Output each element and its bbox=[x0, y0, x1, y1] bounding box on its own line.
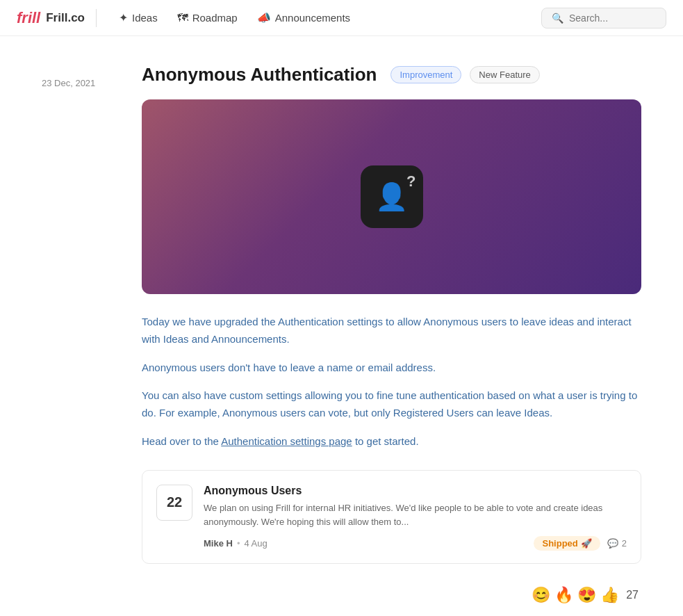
article-title: Anonymous Authentication bbox=[142, 64, 377, 86]
idea-meta-separator: • bbox=[237, 538, 240, 549]
search-input[interactable] bbox=[569, 13, 656, 24]
body-paragraph-3: You can also have custom settings allowi… bbox=[142, 387, 641, 422]
idea-meta: Mike H • 4 Aug Shipped 🚀 💬 2 bbox=[204, 536, 627, 551]
reactions-bar: 😊 🔥 😍 👍 27 bbox=[142, 586, 641, 604]
nav-roadmap-label: Roadmap bbox=[192, 12, 238, 24]
logo[interactable]: frill Frill.co bbox=[17, 9, 97, 27]
idea-card[interactable]: 22 Anonymous Users We plan on using Fril… bbox=[142, 470, 641, 564]
nav-links: ✦ Ideas 🗺 Roadmap 📣 Announcements bbox=[119, 11, 519, 24]
shipped-badge: Shipped 🚀 bbox=[534, 536, 600, 551]
body-paragraph-2: Anonymous users don't have to leave a na… bbox=[142, 359, 641, 377]
article-body: Today we have upgraded the Authenticatio… bbox=[142, 314, 641, 451]
vote-box[interactable]: 22 bbox=[156, 485, 192, 521]
hero-image: 👤 ? bbox=[142, 99, 641, 294]
shipped-label: Shipped bbox=[542, 538, 577, 549]
nav-link-roadmap[interactable]: 🗺 Roadmap bbox=[177, 12, 238, 24]
nav-link-ideas[interactable]: ✦ Ideas bbox=[119, 11, 158, 24]
comment-icon: 💬 bbox=[607, 538, 618, 549]
article-column: Anonymous Authentication Improvement New… bbox=[142, 64, 641, 604]
body-paragraph-1: Today we have upgraded the Authenticatio… bbox=[142, 314, 641, 348]
reaction-fire[interactable]: 🔥 bbox=[554, 586, 573, 604]
navbar: frill Frill.co ✦ Ideas 🗺 Roadmap 📣 Annou… bbox=[0, 0, 683, 36]
ideas-icon: ✦ bbox=[119, 11, 128, 24]
reaction-total: 27 bbox=[626, 589, 639, 601]
nav-announcements-label: Announcements bbox=[275, 12, 350, 24]
comment-count: 💬 2 bbox=[607, 538, 627, 549]
search-box[interactable]: 🔍 bbox=[541, 8, 666, 29]
search-icon: 🔍 bbox=[552, 13, 563, 24]
comment-number: 2 bbox=[622, 538, 627, 549]
reaction-thumbsup[interactable]: 👍 bbox=[600, 586, 619, 604]
tag-improvement[interactable]: Improvement bbox=[390, 66, 461, 83]
roadmap-icon: 🗺 bbox=[177, 12, 188, 24]
anon-icon-box: 👤 ? bbox=[361, 165, 423, 228]
nav-ideas-label: Ideas bbox=[132, 12, 158, 24]
tag-new-feature[interactable]: New Feature bbox=[470, 66, 539, 83]
question-mark-icon: ? bbox=[406, 172, 415, 191]
idea-meta-left: Mike H • 4 Aug bbox=[204, 538, 268, 549]
rocket-icon: 🚀 bbox=[581, 538, 592, 549]
auth-settings-link[interactable]: Authentication settings page bbox=[221, 435, 352, 447]
main-content: 23 Dec, 2021 Anonymous Authentication Im… bbox=[0, 36, 683, 616]
person-icon: 👤 bbox=[375, 184, 408, 210]
vote-count: 22 bbox=[167, 494, 182, 510]
reaction-love[interactable]: 😍 bbox=[577, 586, 596, 604]
nav-link-announcements[interactable]: 📣 Announcements bbox=[257, 11, 350, 24]
article-date: 23 Dec, 2021 bbox=[42, 64, 125, 604]
idea-author: Mike H bbox=[204, 538, 233, 549]
frill-logo-icon: frill bbox=[17, 9, 40, 27]
idea-date: 4 Aug bbox=[244, 538, 267, 549]
idea-meta-right: Shipped 🚀 💬 2 bbox=[534, 536, 627, 551]
logo-text: Frill.co bbox=[46, 11, 85, 25]
idea-content: Anonymous Users We plan on using Frill f… bbox=[204, 485, 627, 551]
reaction-smile[interactable]: 😊 bbox=[532, 586, 550, 604]
body-paragraph-4: Head over to the Authentication settings… bbox=[142, 433, 641, 451]
announcements-icon: 📣 bbox=[257, 11, 271, 24]
article-header: Anonymous Authentication Improvement New… bbox=[142, 64, 641, 86]
idea-description: We plan on using Frill for internal HR i… bbox=[204, 501, 627, 529]
idea-title: Anonymous Users bbox=[204, 485, 627, 497]
